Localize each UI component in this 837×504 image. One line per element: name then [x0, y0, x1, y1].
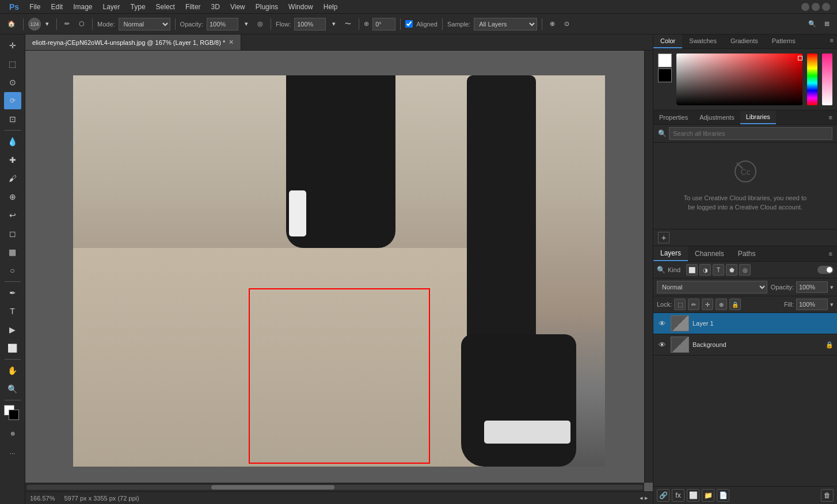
flow-input[interactable]: 100%: [294, 18, 326, 30]
color-picker-gradient[interactable]: [676, 54, 802, 105]
blend-mode-select[interactable]: Normal: [657, 281, 767, 293]
menu-type[interactable]: Type: [126, 2, 150, 12]
color-panel-menu[interactable]: ≡: [827, 35, 837, 48]
tab-patterns[interactable]: Patterns: [765, 35, 802, 48]
tab-properties[interactable]: Properties: [653, 111, 694, 124]
hand-tool[interactable]: ✋: [4, 362, 21, 379]
eyedropper-tool[interactable]: 💧: [4, 133, 21, 150]
aligned-checkbox[interactable]: [405, 20, 413, 28]
tab-channels[interactable]: Channels: [688, 247, 731, 261]
layer-effects-btn[interactable]: fx: [672, 489, 684, 502]
filter-pixel-btn[interactable]: ⬜: [686, 264, 698, 276]
color-circle-bar[interactable]: [822, 54, 832, 105]
tab-gradients[interactable]: Gradients: [724, 35, 765, 48]
scrollbar-thumb[interactable]: [211, 485, 334, 490]
layer-item[interactable]: 👁 Layer 1: [653, 313, 837, 334]
menu-help[interactable]: Help: [319, 2, 343, 12]
opacity-input[interactable]: 100%: [207, 18, 238, 30]
layer-visibility-eye[interactable]: 👁: [657, 318, 667, 329]
menu-layer[interactable]: Layer: [98, 2, 125, 12]
filter-smart-btn[interactable]: ◎: [739, 264, 751, 276]
lock-position-btn[interactable]: ✛: [702, 299, 713, 310]
brush-preset-picker[interactable]: 124: [28, 18, 41, 30]
layer-item[interactable]: 👁 Background 🔒: [653, 334, 837, 356]
lock-transparent-btn[interactable]: ⬚: [674, 299, 686, 310]
brush-mode-btn[interactable]: ✏: [62, 18, 73, 29]
filter-toggle-dot[interactable]: [817, 266, 834, 274]
libraries-add-btn[interactable]: +: [658, 232, 669, 243]
extra-tools-2[interactable]: …: [4, 443, 21, 460]
vertical-scrollbar[interactable]: [644, 51, 653, 483]
menu-3d[interactable]: 3D: [207, 2, 225, 12]
tab-libraries[interactable]: Libraries: [740, 110, 776, 124]
pen-tool[interactable]: ✒: [4, 284, 21, 301]
brush-tool[interactable]: 🖌: [4, 170, 21, 187]
eraser-tool[interactable]: ◻: [4, 225, 21, 242]
fill-chevron[interactable]: ▾: [830, 301, 834, 308]
healing-tool[interactable]: ✚: [4, 151, 21, 169]
libraries-panel-menu[interactable]: ≡: [824, 112, 837, 123]
canvas-scroll[interactable]: [25, 51, 653, 491]
home-btn[interactable]: 🏠: [5, 18, 18, 29]
tab-close-btn[interactable]: ✕: [229, 39, 234, 46]
smoothing-btn[interactable]: 〜: [342, 18, 354, 30]
layers-panel-menu[interactable]: ≡: [824, 248, 837, 259]
dodge-tool[interactable]: ○: [4, 262, 21, 279]
shape-tool[interactable]: ⬜: [4, 339, 21, 357]
color-swatches[interactable]: [4, 405, 21, 421]
new-layer-btn[interactable]: 📄: [717, 489, 729, 502]
filter-adjust-btn[interactable]: ◑: [699, 264, 711, 276]
clone-overlay-btn[interactable]: ⊙: [561, 18, 572, 29]
tab-swatches[interactable]: Swatches: [682, 35, 724, 48]
opacity-chevron[interactable]: ▾: [830, 284, 834, 291]
link-layers-btn[interactable]: 🔗: [657, 489, 669, 502]
background-color[interactable]: [658, 68, 672, 82]
move-tool[interactable]: ✛: [4, 37, 21, 54]
foreground-color-swatch[interactable]: [9, 410, 19, 420]
menu-select[interactable]: Select: [151, 2, 180, 12]
scrollbar-track[interactable]: [26, 485, 643, 490]
tab-paths[interactable]: Paths: [731, 247, 763, 261]
opacity-input[interactable]: [796, 281, 828, 293]
menu-window[interactable]: Window: [284, 2, 318, 12]
search-btn[interactable]: 🔍: [805, 18, 819, 29]
close-btn[interactable]: [822, 3, 830, 11]
text-tool[interactable]: T: [4, 303, 21, 320]
zoom-tool[interactable]: 🔍: [4, 380, 21, 398]
filter-shape-btn[interactable]: ⬟: [726, 264, 737, 276]
menu-edit[interactable]: Edit: [46, 2, 67, 12]
menu-file[interactable]: File: [25, 2, 45, 12]
mode-select[interactable]: Normal: [119, 18, 170, 30]
maximize-btn[interactable]: [812, 3, 820, 11]
libraries-search-input[interactable]: [669, 127, 832, 140]
crop-tool[interactable]: ⊡: [4, 110, 21, 128]
foreground-color[interactable]: [658, 54, 672, 67]
lock-artboard-btn[interactable]: ⊕: [716, 299, 727, 310]
filter-type-btn[interactable]: T: [713, 264, 724, 276]
quick-select-tool[interactable]: ⟳: [4, 92, 21, 109]
menu-filter[interactable]: Filter: [181, 2, 206, 12]
lock-pixels-btn[interactable]: ✏: [688, 299, 699, 310]
brush-settings-btn[interactable]: ▾: [43, 18, 52, 29]
path-select-tool[interactable]: ▶: [4, 321, 21, 338]
delete-layer-btn[interactable]: 🗑: [821, 489, 834, 502]
extra-tools-1[interactable]: ⊕: [4, 425, 21, 442]
stamp-tool[interactable]: ⊕: [4, 188, 21, 205]
fill-input[interactable]: [796, 299, 828, 310]
gradient-tool[interactable]: ▦: [4, 243, 21, 261]
marquee-tool[interactable]: ⬚: [4, 55, 21, 72]
lock-all-btn[interactable]: 🔒: [729, 299, 741, 310]
menu-image[interactable]: Image: [69, 2, 97, 12]
menu-plugins[interactable]: Plugins: [251, 2, 283, 12]
canvas-document[interactable]: [73, 75, 605, 467]
document-tab[interactable]: eliott-reyna-jCEpN62oWL4-unsplash.jpg @ …: [25, 35, 241, 50]
workspace-btn[interactable]: ⊞: [821, 18, 832, 29]
tab-color[interactable]: Color: [653, 35, 682, 48]
menu-view[interactable]: View: [226, 2, 250, 12]
airbrush-btn[interactable]: ◎: [254, 18, 266, 29]
lasso-tool[interactable]: ⊙: [4, 74, 21, 91]
pressure-btn[interactable]: ⬡: [76, 18, 87, 29]
sample-select[interactable]: All Layers: [474, 18, 537, 30]
history-brush-tool[interactable]: ↩: [4, 207, 21, 224]
layer-visibility-eye[interactable]: 👁: [657, 339, 667, 350]
